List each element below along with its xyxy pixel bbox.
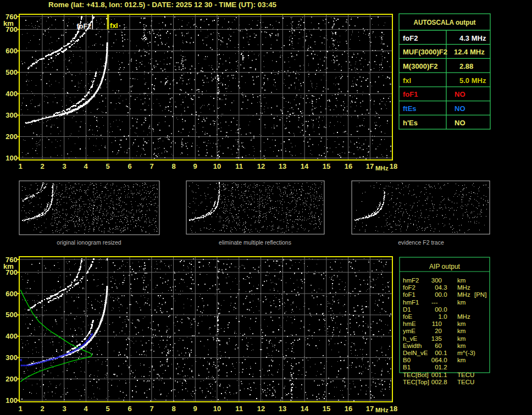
svg-text:7: 7 (149, 405, 153, 413)
svg-text:.8: .8 (442, 379, 447, 385)
svg-text:h_vE: h_vE (403, 335, 418, 342)
svg-text:9: 9 (193, 162, 197, 170)
svg-text:100: 100 (5, 396, 18, 405)
svg-text:110: 110 (432, 320, 442, 327)
svg-text:15: 15 (323, 405, 330, 413)
svg-text:14: 14 (301, 162, 309, 170)
svg-text:foF1: foF1 (403, 291, 415, 298)
svg-text:9: 9 (193, 405, 197, 413)
svg-text:12.4 MHz: 12.4 MHz (454, 48, 485, 56)
svg-text:DelN_vE: DelN_vE (403, 350, 428, 356)
svg-text:17: 17 (366, 162, 374, 170)
svg-text:11: 11 (235, 405, 243, 413)
svg-text:D1: D1 (403, 306, 411, 313)
svg-text:400: 400 (5, 90, 18, 98)
svg-text:16: 16 (345, 405, 352, 413)
svg-text:km: km (457, 299, 465, 306)
svg-text:AIP output: AIP output (429, 263, 460, 270)
svg-text:km: km (457, 328, 465, 334)
svg-text:km: km (457, 277, 465, 284)
svg-text:4: 4 (84, 162, 88, 170)
svg-text:3: 3 (62, 405, 66, 413)
svg-text:12: 12 (257, 162, 265, 170)
svg-text:04: 04 (435, 284, 442, 291)
svg-text:200: 200 (5, 132, 18, 141)
svg-text:NO: NO (455, 104, 465, 113)
svg-text:5.0 MHz: 5.0 MHz (459, 76, 486, 85)
svg-text:.3: .3 (442, 284, 447, 291)
svg-text:evidence F2 trace: evidence F2 trace (398, 239, 444, 246)
svg-text:3: 3 (62, 162, 66, 170)
svg-text:13: 13 (279, 405, 286, 413)
svg-text:---: --- (431, 299, 438, 306)
svg-text:NO: NO (455, 90, 465, 98)
svg-text:.0: .0 (442, 357, 447, 363)
svg-text:TEC[Top]: TEC[Top] (403, 379, 429, 385)
svg-text:.1: .1 (442, 372, 447, 378)
svg-text:16: 16 (345, 162, 352, 170)
svg-text:15: 15 (323, 162, 330, 170)
svg-text:8: 8 (171, 162, 175, 170)
svg-text:500: 500 (5, 311, 18, 319)
svg-text:400: 400 (5, 332, 18, 340)
svg-text:MHz: MHz (375, 165, 389, 171)
svg-text:60: 60 (435, 342, 442, 349)
svg-text:.0: .0 (442, 306, 447, 313)
svg-text:Ewidth: Ewidth (403, 342, 422, 349)
svg-text:AUTOSCALA output: AUTOSCALA output (414, 18, 476, 26)
svg-text:300: 300 (431, 277, 442, 284)
svg-text:B1: B1 (403, 364, 411, 370)
svg-text:5: 5 (106, 405, 109, 413)
svg-text:km: km (457, 357, 465, 363)
svg-text:00: 00 (435, 350, 442, 356)
svg-text:01: 01 (435, 364, 442, 370)
svg-text:1: 1 (18, 162, 22, 170)
svg-text:4: 4 (84, 405, 88, 413)
svg-text:fxl: fxl (110, 22, 118, 30)
svg-text:700: 700 (5, 268, 18, 276)
svg-text:eliminate multiple reflections: eliminate multiple reflections (219, 239, 291, 246)
svg-text:5: 5 (106, 162, 109, 170)
svg-text:10: 10 (213, 405, 221, 413)
svg-text:8: 8 (171, 405, 175, 413)
svg-text:001: 001 (431, 372, 442, 378)
svg-text:.0: .0 (442, 291, 447, 298)
svg-text:MHz: MHz (457, 284, 470, 291)
svg-text:TEC[Bot]: TEC[Bot] (403, 372, 429, 378)
svg-text:foE: foE (403, 313, 413, 320)
svg-text:original ionogram resized: original ionogram resized (57, 239, 121, 246)
svg-text:NO: NO (455, 119, 465, 127)
svg-text:M(3000)F2: M(3000)F2 (403, 62, 438, 70)
svg-text:foF2: foF2 (403, 34, 418, 42)
svg-text:100: 100 (5, 154, 18, 162)
svg-text:h'Es: h'Es (403, 119, 418, 127)
svg-text:km: km (457, 335, 465, 342)
svg-text:18: 18 (390, 162, 397, 170)
svg-text:00: 00 (435, 291, 442, 298)
svg-text:2: 2 (40, 162, 44, 170)
svg-text:MHz: MHz (457, 313, 470, 320)
svg-text:6: 6 (128, 162, 131, 170)
svg-text:20: 20 (435, 328, 442, 334)
svg-text:MHz: MHz (375, 407, 389, 413)
svg-text:foF1: foF1 (403, 90, 418, 98)
svg-text:km: km (457, 320, 465, 327)
svg-text:hmF2: hmF2 (403, 277, 419, 284)
svg-text:12: 12 (257, 405, 265, 413)
svg-text:.0: .0 (442, 313, 447, 320)
svg-text:500: 500 (5, 68, 18, 76)
svg-text:14: 14 (301, 405, 309, 413)
svg-text:700: 700 (5, 25, 18, 34)
svg-text:002: 002 (431, 379, 442, 385)
svg-text:7: 7 (149, 162, 153, 170)
svg-text:300: 300 (5, 353, 18, 362)
svg-text:ymE: ymE (403, 328, 415, 334)
svg-text:ftEs: ftEs (403, 104, 417, 113)
svg-text:600: 600 (5, 290, 18, 298)
svg-text:MUF(3000)F2: MUF(3000)F2 (403, 48, 447, 56)
svg-text:135: 135 (431, 335, 442, 342)
svg-text:6: 6 (128, 405, 131, 413)
svg-text:18: 18 (390, 405, 397, 413)
svg-text:.1: .1 (442, 350, 447, 356)
svg-text:hmF1: hmF1 (403, 299, 419, 306)
